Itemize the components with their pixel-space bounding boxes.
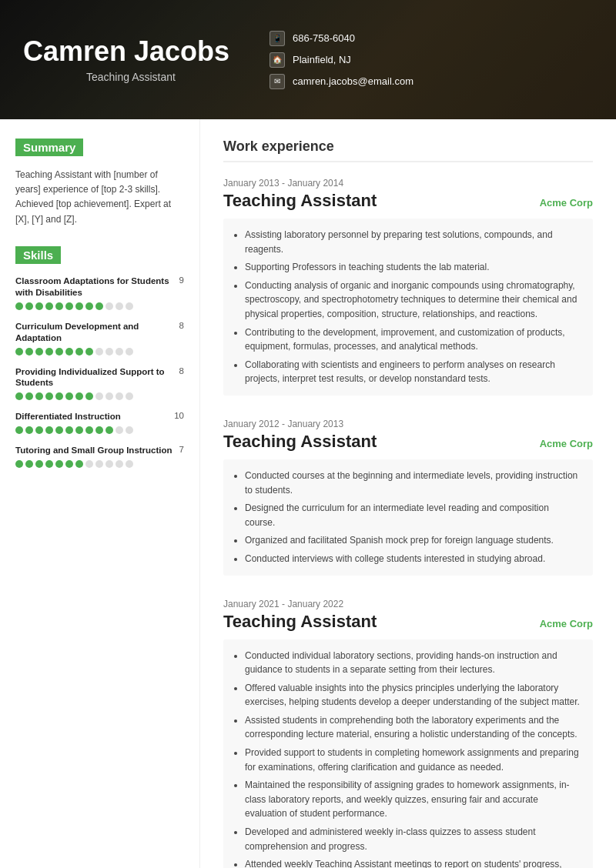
dot-filled [75, 460, 83, 468]
skill-name: Curriculum Development and Adaptation [15, 321, 173, 344]
job-bullet: Provided support to students in completi… [245, 746, 581, 774]
job-bullet: Designed the curriculum for an intermedi… [245, 501, 581, 529]
job-title-row: Teaching AssistantAcme Corp [223, 191, 593, 211]
skill-score: 8 [179, 366, 184, 376]
jobs-list: January 2013 - January 2014Teaching Assi… [223, 178, 593, 868]
job-bullet: Conducted individual laboratory sections… [245, 649, 581, 677]
job-bullet: Developed and administered weekly in-cla… [245, 825, 581, 853]
dot-filled [65, 460, 73, 468]
dot-filled [85, 426, 93, 434]
contact-phone: 📱 686-758-6040 [270, 31, 593, 46]
dot-filled [75, 302, 83, 310]
dot-empty [95, 348, 103, 356]
job-entry: January 2012 - January 2013Teaching Assi… [223, 419, 593, 576]
job-bullet: Assisted students in comprehending both … [245, 713, 581, 742]
skill-score: 8 [179, 321, 184, 330]
skill-name: Classroom Adaptations for Students with … [15, 275, 173, 299]
dot-filled [65, 392, 73, 400]
dot-filled [55, 460, 63, 468]
dot-filled [15, 302, 23, 310]
dot-filled [25, 460, 33, 468]
job-bullet: Conducted courses at the beginning and i… [245, 469, 581, 497]
job-bullets: Conducted individual laboratory sections… [223, 639, 593, 869]
contact-email: ✉ camren.jacobs@email.com [270, 74, 593, 89]
contact-location: 🏠 Plainfield, NJ [270, 52, 593, 68]
dot-filled [105, 426, 113, 434]
dot-empty [116, 302, 123, 310]
dot-filled [45, 348, 53, 356]
dot-filled [45, 392, 53, 400]
work-experience-header: Work experience [223, 139, 593, 162]
skills-list: Classroom Adaptations for Students with … [15, 275, 184, 469]
job-entry: January 2021 - January 2022Teaching Assi… [223, 599, 593, 869]
dot-filled [75, 426, 83, 434]
skill-dots [15, 348, 184, 356]
dot-empty [126, 302, 133, 310]
phone-icon: 📱 [270, 31, 285, 46]
dot-empty [85, 460, 93, 468]
location-text: Plainfield, NJ [293, 54, 351, 65]
dot-filled [35, 392, 43, 400]
resume-header: Camren Jacobs Teaching Assistant 📱 686-7… [0, 0, 616, 119]
job-bullet: Attended weekly Teaching Assistant meeti… [245, 857, 581, 868]
dot-empty [105, 392, 113, 400]
job-bullet: Organized and facilitated Spanish mock p… [245, 533, 581, 548]
dot-empty [95, 392, 103, 400]
dot-filled [25, 348, 33, 356]
dot-filled [75, 348, 83, 356]
main-content: Summary Teaching Assistant with [number … [0, 119, 616, 868]
header-left: Camren Jacobs Teaching Assistant [23, 36, 239, 84]
skill-item: Providing Individualized Support to Stud… [15, 366, 184, 401]
dot-filled [15, 426, 23, 434]
job-title: Teaching Assistant [223, 612, 377, 632]
job-bullet: Supporting Professors in teaching studen… [245, 260, 581, 275]
dot-filled [55, 392, 63, 400]
dot-filled [25, 392, 33, 400]
dot-filled [25, 426, 33, 434]
job-entry: January 2013 - January 2014Teaching Assi… [223, 178, 593, 396]
skill-name: Providing Individualized Support to Stud… [15, 366, 173, 389]
dot-empty [116, 460, 123, 468]
job-title: Teaching Assistant [223, 432, 377, 452]
email-text: camren.jacobs@email.com [293, 75, 413, 87]
summary-text: Teaching Assistant with [number of years… [15, 168, 184, 227]
dot-empty [105, 348, 113, 356]
dot-empty [116, 426, 123, 434]
skill-score: 9 [179, 275, 184, 285]
job-bullet: Offered valuable insights into the physi… [245, 681, 581, 709]
skill-dots [15, 392, 184, 400]
dot-filled [65, 426, 73, 434]
dot-filled [35, 426, 43, 434]
job-bullets: Conducted courses at the beginning and i… [223, 459, 593, 576]
skill-item: Differentiated Instruction10 [15, 411, 184, 434]
dot-filled [65, 302, 73, 310]
summary-header: Summary [15, 139, 83, 156]
skill-item: Curriculum Development and Adaptation8 [15, 321, 184, 356]
job-bullet: Conducting analysis of organic and inorg… [245, 279, 581, 322]
job-bullet: Assisting laboratory personnel by prepar… [245, 228, 581, 256]
dot-filled [45, 460, 53, 468]
job-company: Acme Corp [540, 618, 593, 629]
skill-score: 7 [179, 445, 184, 454]
job-title: Teaching Assistant [223, 191, 377, 211]
dot-filled [35, 348, 43, 356]
dot-empty [126, 460, 133, 468]
dot-filled [15, 392, 23, 400]
dot-filled [95, 302, 103, 310]
job-title-row: Teaching AssistantAcme Corp [223, 612, 593, 632]
job-date: January 2021 - January 2022 [223, 599, 593, 609]
dot-empty [105, 302, 113, 310]
job-bullet: Collaborating with scientists and engine… [245, 358, 581, 386]
job-company: Acme Corp [540, 197, 593, 209]
left-column: Summary Teaching Assistant with [number … [0, 119, 200, 868]
dot-filled [55, 348, 63, 356]
dot-empty [126, 426, 133, 434]
job-date: January 2013 - January 2014 [223, 178, 593, 189]
dot-filled [35, 460, 43, 468]
dot-empty [105, 460, 113, 468]
dot-filled [55, 302, 63, 310]
job-date: January 2012 - January 2013 [223, 419, 593, 429]
dot-filled [15, 348, 23, 356]
dot-filled [25, 302, 33, 310]
job-bullet: Maintained the responsibility of assigni… [245, 778, 581, 821]
